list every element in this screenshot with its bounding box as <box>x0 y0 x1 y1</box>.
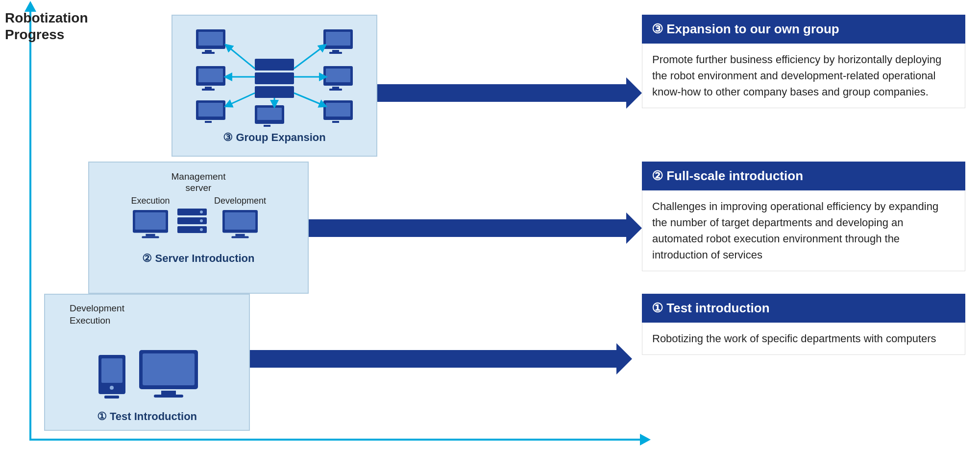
y-axis-label: Robotization Progress <box>5 10 88 43</box>
svg-line-54 <box>228 93 255 105</box>
y-axis <box>29 10 31 441</box>
diagram-container: Robotization Progress Development E <box>0 0 980 469</box>
svg-rect-23 <box>255 72 294 84</box>
info-box-3: ③ Expansion to our own group Promote fur… <box>642 15 965 108</box>
svg-rect-48 <box>326 103 350 117</box>
svg-rect-5 <box>143 353 195 385</box>
svg-point-15 <box>200 211 203 213</box>
stage2-exec-label: Execution <box>131 196 170 206</box>
svg-rect-35 <box>205 87 212 89</box>
info-box-2: ② Full-scale introduction Challenges in … <box>642 162 965 271</box>
svg-rect-32 <box>329 52 342 54</box>
svg-rect-26 <box>198 32 223 46</box>
stage3-network-icon <box>191 24 358 127</box>
stage3-box: ③ Group Expansion <box>172 15 377 157</box>
info1-body: Robotizing the work of specific departme… <box>642 323 965 355</box>
svg-rect-43 <box>205 121 212 123</box>
svg-rect-9 <box>135 212 166 229</box>
svg-rect-28 <box>202 52 215 54</box>
svg-rect-31 <box>332 50 339 52</box>
x-axis <box>29 439 642 441</box>
svg-line-56 <box>294 93 323 105</box>
stage1-arrow <box>250 350 632 368</box>
stage2-arrow <box>309 219 642 237</box>
svg-point-17 <box>200 228 203 231</box>
stage2-exec-monitor-icon <box>131 206 170 245</box>
info3-body: Promote further business efficiency by h… <box>642 44 965 108</box>
stage2-server-icon <box>175 206 209 235</box>
info1-header: ① Test introduction <box>642 294 965 323</box>
svg-rect-3 <box>104 396 119 399</box>
stage2-label: ② Server Introduction <box>142 252 254 265</box>
info2-body: Challenges in improving operational effi… <box>642 190 965 271</box>
stage1-box: Development Execution ① Test Introductio… <box>44 294 250 431</box>
svg-line-51 <box>294 47 323 69</box>
svg-rect-36 <box>202 89 215 91</box>
svg-rect-38 <box>326 69 350 82</box>
svg-point-2 <box>110 386 114 390</box>
svg-rect-10 <box>146 234 155 236</box>
svg-rect-34 <box>198 69 223 82</box>
info3-header: ③ Expansion to our own group <box>642 15 965 44</box>
info2-header: ② Full-scale introduction <box>642 162 965 190</box>
stage3-label: ③ Group Expansion <box>223 131 325 144</box>
stage2-dev-monitor-icon <box>220 206 260 245</box>
svg-point-16 <box>200 219 203 222</box>
svg-rect-1 <box>101 358 122 383</box>
svg-line-50 <box>228 47 255 69</box>
stage1-label: ① Test Introduction <box>97 410 197 423</box>
svg-rect-27 <box>205 50 212 52</box>
svg-rect-6 <box>161 391 176 395</box>
stage2-server-label: Managementserver <box>172 171 226 194</box>
svg-rect-22 <box>255 59 294 70</box>
svg-rect-21 <box>231 236 248 238</box>
stage2-dev-label: Development <box>214 196 266 206</box>
svg-rect-30 <box>326 32 350 46</box>
svg-rect-11 <box>142 236 159 238</box>
stage1-tower-icon <box>94 352 133 406</box>
info-box-1: ① Test introduction Robotizing the work … <box>642 294 965 355</box>
stage2-box: Managementserver Execution <box>88 162 309 294</box>
svg-rect-45 <box>257 108 282 120</box>
svg-rect-19 <box>225 212 255 229</box>
stage3-arrow <box>377 84 642 102</box>
svg-rect-24 <box>255 86 294 98</box>
svg-rect-40 <box>329 89 342 91</box>
svg-rect-49 <box>332 121 339 123</box>
svg-rect-7 <box>154 395 183 398</box>
svg-rect-42 <box>198 103 223 117</box>
svg-rect-39 <box>332 87 339 89</box>
svg-rect-20 <box>235 234 245 236</box>
stage2-icons: Execution <box>131 196 266 245</box>
svg-rect-46 <box>264 125 270 127</box>
stage1-monitor-icon <box>137 348 200 406</box>
stage3-network-svg <box>191 24 358 127</box>
stage1-exec-dev-label: Development Execution <box>70 303 124 327</box>
